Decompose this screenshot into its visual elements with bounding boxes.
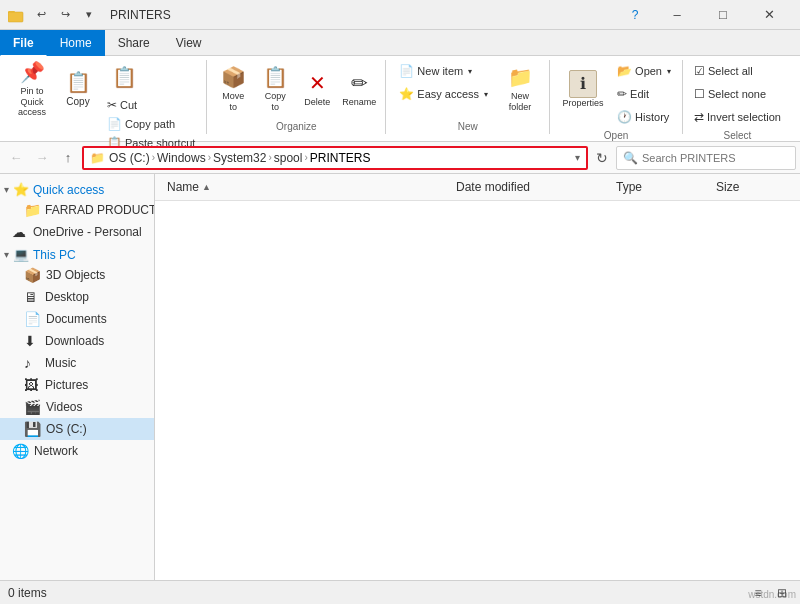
main-area: ▾ ⭐ Quick access 📁 FARRAD PRODUCTION ☁ O… — [0, 174, 800, 580]
forward-button[interactable]: → — [30, 146, 54, 170]
new-item-button[interactable]: 📄 New item ▾ — [392, 60, 495, 82]
qat-undo-button[interactable]: ↩ — [30, 4, 52, 26]
documents-icon: 📄 — [24, 311, 41, 327]
address-input[interactable]: 📁 OS (C:) › Windows › System32 › spool ›… — [82, 146, 588, 170]
documents-label: Documents — [46, 312, 107, 326]
select-none-button[interactable]: ☐ Select none — [689, 83, 786, 105]
sidebar-item-os-c[interactable]: 💾 OS (C:) — [0, 418, 154, 440]
sidebar-item-pictures[interactable]: 🖼 Pictures — [0, 374, 154, 396]
sidebar-item-videos[interactable]: 🎬 Videos — [0, 396, 154, 418]
tab-view[interactable]: View — [163, 30, 215, 56]
copy-path-button[interactable]: 📄 Copy path — [102, 115, 200, 133]
breadcrumb-sep-3: › — [268, 152, 271, 163]
column-headers: Name ▲ Date modified Type Size — [155, 174, 800, 201]
grid-view-button[interactable]: ⊞ — [772, 583, 792, 603]
open-label: Open — [556, 130, 676, 141]
select-all-button[interactable]: ☑ Select all — [689, 60, 786, 82]
this-pc-label: This PC — [33, 248, 76, 262]
network-label: Network — [34, 444, 78, 458]
breadcrumb-sep-1: › — [152, 152, 155, 163]
tab-home[interactable]: Home — [47, 30, 105, 56]
breadcrumb-system32[interactable]: System32 — [213, 151, 266, 165]
open-small-area: 📂 Open ▾ ✏ Edit 🕐 History — [612, 60, 676, 128]
content-area: Name ▲ Date modified Type Size — [155, 174, 800, 580]
close-button[interactable]: ✕ — [746, 0, 792, 30]
breadcrumb-windows[interactable]: Windows — [157, 151, 206, 165]
sidebar-item-farrad[interactable]: 📁 FARRAD PRODUCTION — [0, 199, 154, 221]
search-input[interactable] — [642, 152, 789, 164]
breadcrumb-current: PRINTERS — [310, 151, 371, 165]
quick-access-label: Quick access — [33, 183, 104, 197]
breadcrumb-os[interactable]: OS (C:) — [109, 151, 150, 165]
ribbon-group-open: ℹ Properties 📂 Open ▾ ✏ Edit 🕐 History — [550, 60, 683, 134]
new-item-area: 📄 New item ▾ ⭐ Easy access ▾ — [392, 60, 495, 105]
3dobjects-label: 3D Objects — [46, 268, 105, 282]
item-count: 0 items — [8, 586, 47, 600]
onedrive-label: OneDrive - Personal — [33, 225, 142, 239]
minimize-button[interactable]: – — [654, 0, 700, 30]
col-header-size[interactable]: Size — [712, 178, 792, 196]
properties-button[interactable]: ℹ Properties — [556, 60, 610, 118]
sidebar-item-this-pc[interactable]: ▾ 💻 This PC — [0, 243, 154, 264]
sidebar: ▾ ⭐ Quick access 📁 FARRAD PRODUCTION ☁ O… — [0, 174, 155, 580]
sidebar-item-network[interactable]: 🌐 Network — [0, 440, 154, 462]
qat-dropdown-button[interactable]: ▾ — [78, 4, 100, 26]
tab-share[interactable]: Share — [105, 30, 163, 56]
refresh-button[interactable]: ↻ — [590, 146, 614, 170]
easy-access-icon: ⭐ — [399, 87, 414, 101]
qat-redo-button[interactable]: ↪ — [54, 4, 76, 26]
this-pc-icon: 💻 — [13, 247, 29, 262]
videos-label: Videos — [46, 400, 82, 414]
col-header-date[interactable]: Date modified — [452, 178, 612, 196]
sidebar-item-quick-access[interactable]: ▾ ⭐ Quick access — [0, 178, 154, 199]
sidebar-item-onedrive[interactable]: ☁ OneDrive - Personal — [0, 221, 154, 243]
search-box[interactable]: 🔍 — [616, 146, 796, 170]
list-view-button[interactable]: ≡ — [748, 583, 768, 603]
rename-button[interactable]: ✏ Rename — [339, 60, 379, 118]
desktop-icon: 🖥 — [24, 289, 40, 305]
copy-to-button[interactable]: 📋 Copy to — [255, 60, 295, 118]
maximize-button[interactable]: □ — [700, 0, 746, 30]
help-button[interactable]: ? — [620, 0, 650, 30]
breadcrumb-sep-4: › — [304, 152, 307, 163]
back-button[interactable]: ← — [4, 146, 28, 170]
network-icon: 🌐 — [12, 443, 29, 459]
sidebar-item-documents[interactable]: 📄 Documents — [0, 308, 154, 330]
invert-selection-button[interactable]: ⇄ Invert selection — [689, 106, 786, 128]
title-bar-right: ? – □ ✕ — [620, 0, 792, 30]
select-all-icon: ☑ — [694, 64, 705, 78]
col-header-name[interactable]: Name ▲ — [163, 178, 452, 196]
sidebar-item-downloads[interactable]: ⬇ Downloads — [0, 330, 154, 352]
quick-access-icon: ⭐ — [13, 182, 29, 197]
tab-file[interactable]: File — [0, 30, 47, 56]
new-item-arrow: ▾ — [468, 67, 472, 76]
paste-button[interactable]: 📋 — [102, 60, 146, 96]
farrad-label: FARRAD PRODUCTION — [45, 203, 155, 217]
easy-access-button[interactable]: ⭐ Easy access ▾ — [392, 83, 495, 105]
copy-button[interactable]: 📋 Copy — [56, 60, 100, 118]
music-label: Music — [45, 356, 76, 370]
sidebar-item-desktop[interactable]: 🖥 Desktop — [0, 286, 154, 308]
new-folder-button[interactable]: 📁 New folder — [497, 60, 543, 118]
sidebar-item-3dobjects[interactable]: 📦 3D Objects — [0, 264, 154, 286]
up-button[interactable]: ↑ — [56, 146, 80, 170]
col-header-type[interactable]: Type — [612, 178, 712, 196]
address-chevron-icon[interactable]: ▾ — [575, 152, 580, 163]
edit-icon: ✏ — [617, 87, 627, 101]
move-to-button[interactable]: 📦 Move to — [213, 60, 253, 118]
edit-button[interactable]: ✏ Edit — [612, 83, 676, 105]
farrad-icon: 📁 — [24, 202, 40, 218]
easy-access-arrow: ▾ — [484, 90, 488, 99]
open-button[interactable]: 📂 Open ▾ — [612, 60, 676, 82]
cut-button[interactable]: ✂ Cut — [102, 96, 200, 114]
delete-button[interactable]: ✕ Delete — [297, 60, 337, 118]
open-icon: 📂 — [617, 64, 632, 78]
history-button[interactable]: 🕐 History — [612, 106, 676, 128]
desktop-label: Desktop — [45, 290, 89, 304]
paste-area: 📋 ✂ Cut 📄 Copy path 📋 Paste shortcut — [102, 60, 200, 152]
breadcrumb-spool[interactable]: spool — [274, 151, 303, 165]
ribbon-group-select: ☑ Select all ☐ Select none ⇄ Invert sele… — [683, 60, 792, 134]
move-icon: 📦 — [221, 65, 246, 89]
pin-to-quick-access-button[interactable]: 📌 Pin to Quick access — [10, 60, 54, 118]
sidebar-item-music[interactable]: ♪ Music — [0, 352, 154, 374]
